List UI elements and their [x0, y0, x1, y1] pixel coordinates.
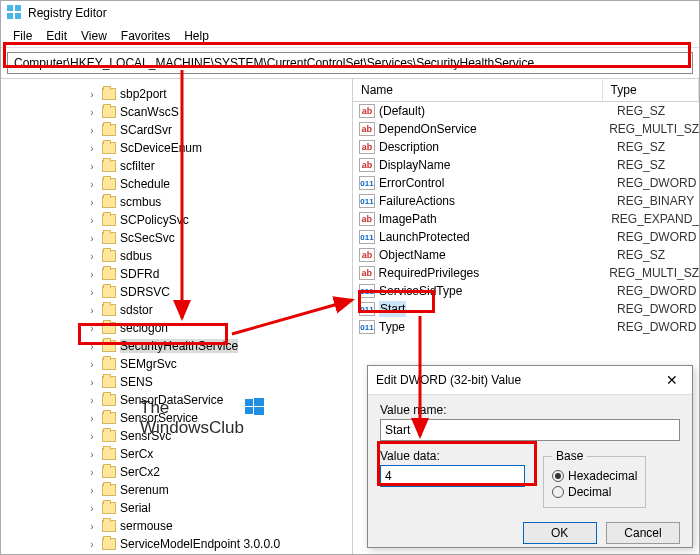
string-value-icon: ab	[359, 158, 375, 172]
tree-item[interactable]: ›SecurityHealthService	[1, 337, 352, 355]
tree-item[interactable]: ›Serial	[1, 499, 352, 517]
chevron-right-icon[interactable]: ›	[86, 359, 98, 370]
tree-item-label: ServiceModelEndpoint 3.0.0.0	[120, 537, 280, 551]
chevron-right-icon[interactable]: ›	[86, 197, 98, 208]
base-fieldset: Base Hexadecimal Decimal	[543, 449, 646, 508]
chevron-right-icon[interactable]: ›	[86, 269, 98, 280]
chevron-right-icon[interactable]: ›	[86, 341, 98, 352]
menu-edit[interactable]: Edit	[40, 27, 73, 45]
value-row[interactable]: abDisplayNameREG_SZ	[353, 156, 699, 174]
value-row[interactable]: abImagePathREG_EXPAND_	[353, 210, 699, 228]
value-row[interactable]: abDescriptionREG_SZ	[353, 138, 699, 156]
chevron-right-icon[interactable]: ›	[86, 521, 98, 532]
tree-item[interactable]: ›SDRSVC	[1, 283, 352, 301]
tree-item[interactable]: ›Schedule	[1, 175, 352, 193]
value-type: REG_DWORD	[617, 320, 696, 334]
tree-item[interactable]: ›SEMgrSvc	[1, 355, 352, 373]
chevron-right-icon[interactable]: ›	[86, 467, 98, 478]
tree-item[interactable]: ›seclogon	[1, 319, 352, 337]
tree-pane[interactable]: ›sbp2port›ScanWscS›SCardSvr›ScDeviceEnum…	[1, 79, 353, 554]
tree-item-label: ScSecSvc	[120, 231, 175, 245]
radio-hexadecimal[interactable]: Hexadecimal	[552, 469, 637, 483]
menu-help[interactable]: Help	[178, 27, 215, 45]
chevron-right-icon[interactable]: ›	[86, 107, 98, 118]
tree-item[interactable]: ›SCardSvr	[1, 121, 352, 139]
close-icon[interactable]: ✕	[660, 372, 684, 388]
chevron-right-icon[interactable]: ›	[86, 287, 98, 298]
tree-item[interactable]: ›sdbus	[1, 247, 352, 265]
value-type: REG_EXPAND_	[611, 212, 699, 226]
tree-item[interactable]: ›SerCx	[1, 445, 352, 463]
radio-decimal[interactable]: Decimal	[552, 485, 637, 499]
chevron-right-icon[interactable]: ›	[86, 179, 98, 190]
folder-icon	[102, 358, 116, 370]
chevron-right-icon[interactable]: ›	[86, 395, 98, 406]
tree-item[interactable]: ›sbp2port	[1, 85, 352, 103]
chevron-right-icon[interactable]: ›	[86, 161, 98, 172]
tree-item[interactable]: ›ScDeviceEnum	[1, 139, 352, 157]
tree-item[interactable]: ›sermouse	[1, 517, 352, 535]
tree-item-label: Schedule	[120, 177, 170, 191]
tree-item[interactable]: ›sdstor	[1, 301, 352, 319]
value-row[interactable]: 011FailureActionsREG_BINARY	[353, 192, 699, 210]
binary-value-icon: 011	[359, 194, 375, 208]
chevron-right-icon[interactable]: ›	[86, 449, 98, 460]
chevron-right-icon[interactable]: ›	[86, 89, 98, 100]
value-data-input[interactable]	[380, 465, 525, 487]
value-name-input[interactable]	[380, 419, 680, 441]
value-row[interactable]: abDependOnServiceREG_MULTI_SZ	[353, 120, 699, 138]
value-row[interactable]: 011StartREG_DWORD	[353, 300, 699, 318]
tree-item[interactable]: ›ScSecSvc	[1, 229, 352, 247]
value-row[interactable]: 011LaunchProtectedREG_DWORD	[353, 228, 699, 246]
value-type: REG_SZ	[617, 248, 665, 262]
col-header-type[interactable]: Type	[603, 79, 699, 101]
chevron-right-icon[interactable]: ›	[86, 305, 98, 316]
tree-item[interactable]: ›ScanWscS	[1, 103, 352, 121]
menubar: File Edit View Favorites Help	[1, 25, 699, 48]
chevron-right-icon[interactable]: ›	[86, 539, 98, 550]
value-row[interactable]: 011ErrorControlREG_DWORD	[353, 174, 699, 192]
menu-file[interactable]: File	[7, 27, 38, 45]
menu-view[interactable]: View	[75, 27, 113, 45]
chevron-right-icon[interactable]: ›	[86, 503, 98, 514]
value-row[interactable]: abObjectNameREG_SZ	[353, 246, 699, 264]
tree-item[interactable]: ›ServiceModelEndpoint 3.0.0.0	[1, 535, 352, 553]
binary-value-icon: 011	[359, 302, 375, 316]
menu-favorites[interactable]: Favorites	[115, 27, 176, 45]
folder-icon	[102, 322, 116, 334]
tree-item[interactable]: ›ServiceModelOperation 3.0.0.0	[1, 553, 352, 554]
value-name: ObjectName	[379, 248, 617, 262]
ok-button[interactable]: OK	[523, 522, 597, 544]
address-bar[interactable]	[7, 52, 693, 74]
tree-item[interactable]: ›scfilter	[1, 157, 352, 175]
value-row[interactable]: abRequiredPrivilegesREG_MULTI_SZ	[353, 264, 699, 282]
tree-item[interactable]: ›Serenum	[1, 481, 352, 499]
tree-item[interactable]: ›SCPolicySvc	[1, 211, 352, 229]
value-row[interactable]: ab(Default)REG_SZ	[353, 102, 699, 120]
app-icon	[7, 5, 23, 21]
tree-item-label: SDRSVC	[120, 285, 170, 299]
col-header-name[interactable]: Name	[353, 79, 603, 101]
tree-item[interactable]: ›SDFRd	[1, 265, 352, 283]
value-name: Start	[379, 302, 617, 316]
chevron-right-icon[interactable]: ›	[86, 413, 98, 424]
base-legend: Base	[552, 449, 587, 463]
value-name: DependOnService	[379, 122, 610, 136]
watermark-text: The WindowsClub	[140, 398, 244, 438]
value-row[interactable]: 011ServiceSidTypeREG_DWORD	[353, 282, 699, 300]
cancel-button[interactable]: Cancel	[606, 522, 680, 544]
chevron-right-icon[interactable]: ›	[86, 323, 98, 334]
chevron-right-icon[interactable]: ›	[86, 233, 98, 244]
chevron-right-icon[interactable]: ›	[86, 215, 98, 226]
tree-item-label: seclogon	[120, 321, 168, 335]
chevron-right-icon[interactable]: ›	[86, 485, 98, 496]
chevron-right-icon[interactable]: ›	[86, 251, 98, 262]
chevron-right-icon[interactable]: ›	[86, 125, 98, 136]
tree-item[interactable]: ›SENS	[1, 373, 352, 391]
tree-item[interactable]: ›SerCx2	[1, 463, 352, 481]
tree-item[interactable]: ›scmbus	[1, 193, 352, 211]
value-row[interactable]: 011TypeREG_DWORD	[353, 318, 699, 336]
chevron-right-icon[interactable]: ›	[86, 143, 98, 154]
chevron-right-icon[interactable]: ›	[86, 377, 98, 388]
chevron-right-icon[interactable]: ›	[86, 431, 98, 442]
